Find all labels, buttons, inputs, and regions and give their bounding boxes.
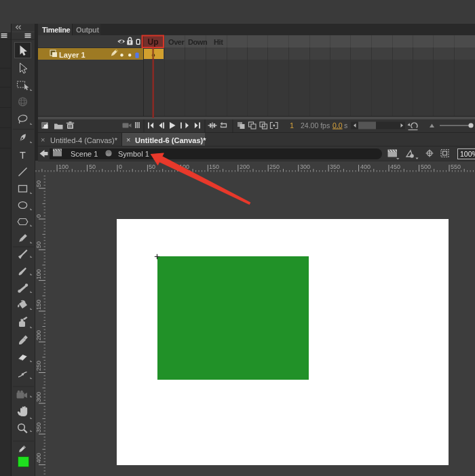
svg-text:Up: Up [148, 37, 159, 47]
